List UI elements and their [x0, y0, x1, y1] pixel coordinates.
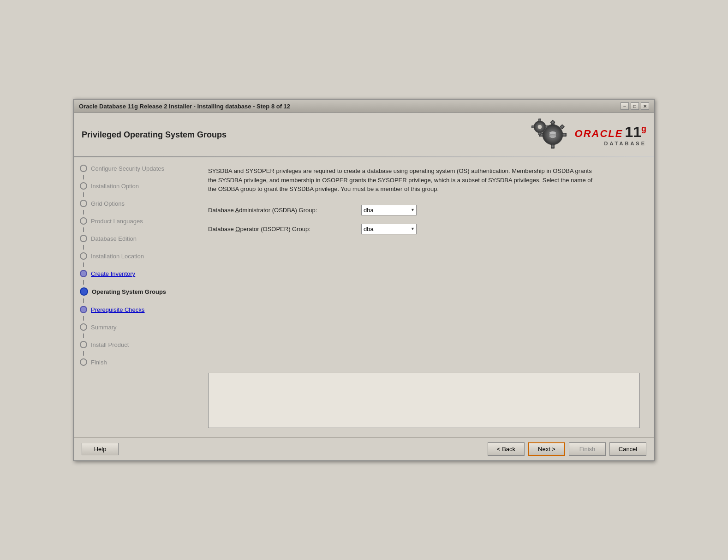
svg-rect-15 [538, 132, 541, 135]
step-dot-product-languages [80, 217, 87, 225]
sidebar-item-database-edition: Database Edition [74, 232, 194, 245]
step-dot-create-inventory [80, 270, 87, 277]
svg-point-11 [549, 131, 556, 134]
osoper-select[interactable]: dba oinstall oper [361, 224, 417, 234]
window-title: Oracle Database 11g Release 2 Installer … [79, 103, 290, 110]
sidebar-item-operating-system-groups: Operating System Groups [74, 285, 194, 298]
step-dot-configure-security [80, 165, 87, 172]
sidebar-entry-grid-options: Grid Options [74, 197, 194, 214]
connector-0 [83, 175, 84, 179]
step-dot-database-edition [80, 235, 87, 242]
sidebar-item-installation-location: Installation Location [74, 250, 194, 262]
osdba-row: Database Administrator (OSDBA) Group: db… [208, 205, 640, 215]
maximize-button[interactable]: □ [631, 102, 639, 110]
step-dot-installation-location [80, 252, 87, 260]
connector-6 [83, 280, 84, 285]
sidebar-item-installation-option: Installation Option [74, 179, 194, 192]
sidebar: Configure Security Updates Installation … [74, 157, 194, 437]
oracle-brand: ORACLE 11g DATABASE [575, 124, 646, 146]
sidebar-entry-summary: Summary [74, 321, 194, 338]
step-dot-prerequisite-checks [80, 306, 87, 313]
sidebar-item-product-languages: Product Languages [74, 214, 194, 227]
sidebar-entry-product-languages: Product Languages [74, 214, 194, 232]
footer-right-buttons: < Back Next > Finish Cancel [488, 442, 646, 456]
finish-button[interactable]: Finish [569, 442, 606, 456]
sidebar-item-summary: Summary [74, 321, 194, 334]
back-button[interactable]: < Back [488, 442, 525, 456]
osoper-row: Database Operator (OSOPER) Group: dba oi… [208, 224, 640, 234]
help-box [208, 373, 640, 428]
sidebar-entry-operating-system-groups: Operating System Groups [74, 285, 194, 303]
oracle-version: 11g [625, 124, 646, 141]
connector-5 [83, 262, 84, 267]
connector-9 [83, 334, 84, 338]
osdba-select[interactable]: dba oinstall oper [361, 205, 417, 215]
connector-1 [83, 192, 84, 197]
sidebar-entry-configure-security: Configure Security Updates [74, 162, 194, 179]
osdba-label: Database Administrator (OSDBA) Group: [208, 207, 356, 214]
header-section: Privileged Operating System Groups [74, 113, 654, 156]
cancel-button[interactable]: Cancel [609, 442, 646, 456]
svg-rect-14 [538, 119, 541, 122]
sidebar-entry-database-edition: Database Edition [74, 232, 194, 250]
sidebar-entry-installation-option: Installation Option [74, 179, 194, 197]
step-dot-finish [80, 358, 87, 366]
connector-10 [83, 351, 84, 356]
description-text: SYSDBA and SYSOPER privileges are requir… [208, 167, 600, 194]
connector-8 [83, 316, 84, 321]
connector-4 [83, 245, 84, 250]
title-bar: Oracle Database 11g Release 2 Installer … [74, 100, 654, 113]
sidebar-entry-installation-location: Installation Location [74, 250, 194, 267]
connector-7 [83, 298, 84, 303]
svg-point-13 [537, 125, 542, 129]
footer: Help < Back Next > Finish Cancel [74, 437, 654, 460]
sidebar-item-create-inventory[interactable]: Create Inventory [74, 267, 194, 280]
oracle-logo-text: ORACLE [575, 128, 623, 140]
step-dot-operating-system-groups [80, 287, 88, 296]
main-window: Oracle Database 11g Release 2 Installer … [73, 99, 655, 461]
oracle-db-label: DATABASE [604, 141, 646, 146]
svg-rect-3 [551, 144, 555, 149]
osdba-select-wrapper: dba oinstall oper [361, 205, 417, 215]
sidebar-item-finish: Finish [74, 356, 194, 369]
next-button[interactable]: Next > [528, 442, 565, 456]
connector-2 [83, 210, 84, 214]
osoper-select-wrapper: dba oinstall oper [361, 224, 417, 234]
svg-point-10 [549, 135, 556, 138]
sidebar-entry-create-inventory: Create Inventory [74, 267, 194, 285]
sidebar-entry-prerequisite-checks: Prerequisite Checks [74, 303, 194, 321]
sidebar-entry-finish: Finish [74, 356, 194, 369]
oracle-logo-area: ORACLE 11g DATABASE [530, 119, 646, 151]
sidebar-entry-install-product: Install Product [74, 338, 194, 356]
svg-rect-16 [531, 125, 535, 128]
step-dot-install-product [80, 341, 87, 348]
sidebar-item-configure-security: Configure Security Updates [74, 162, 194, 175]
gear-icon [530, 119, 571, 151]
svg-rect-17 [545, 125, 548, 128]
connector-3 [83, 227, 84, 232]
sidebar-item-grid-options: Grid Options [74, 197, 194, 210]
minimize-button[interactable]: – [621, 102, 629, 110]
step-dot-grid-options [80, 200, 87, 207]
step-dot-summary [80, 323, 87, 331]
osoper-label: Database Operator (OSOPER) Group: [208, 226, 356, 232]
main-content: Configure Security Updates Installation … [74, 157, 654, 437]
help-button[interactable]: Help [82, 443, 119, 455]
close-button[interactable]: ✕ [641, 102, 649, 110]
step-dot-installation-option [80, 182, 87, 190]
page-title: Privileged Operating System Groups [82, 130, 227, 140]
sidebar-item-prerequisite-checks[interactable]: Prerequisite Checks [74, 303, 194, 316]
content-area: SYSDBA and SYSOPER privileges are requir… [194, 157, 654, 437]
window-controls: – □ ✕ [621, 102, 649, 110]
svg-rect-5 [562, 133, 567, 137]
sidebar-item-install-product: Install Product [74, 338, 194, 351]
